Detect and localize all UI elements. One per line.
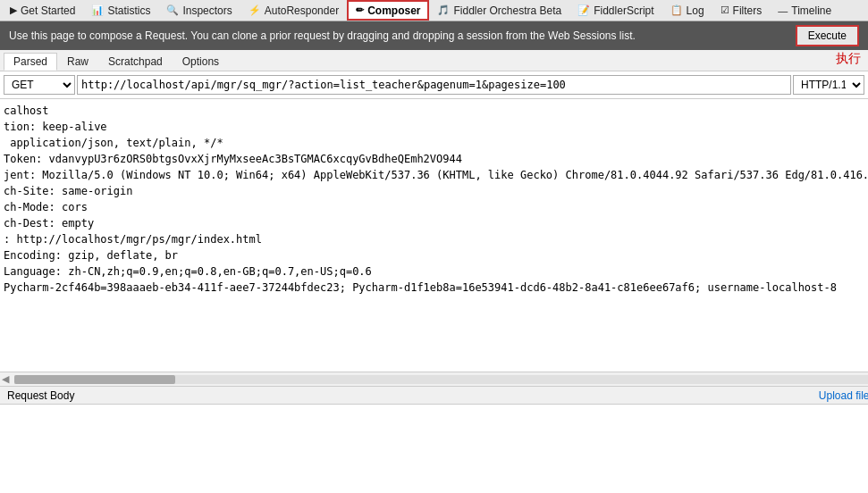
- header-line: : http://localhost/mgr/ps/mgr/index.html: [4, 231, 868, 247]
- composer-icon: ✏: [356, 4, 364, 16]
- inspectors-icon: 🔍: [166, 4, 179, 16]
- header-line: Language: zh-CN,zh;q=0.9,en;q=0.8,en-GB;…: [4, 263, 868, 280]
- tabs-row: ParsedRawScratchpadOptions: [0, 50, 868, 71]
- http-version-select[interactable]: HTTP/1.1HTTP/2: [793, 75, 864, 95]
- get-started-icon: ▶: [10, 4, 17, 16]
- upload-file-link[interactable]: Upload file...: [819, 389, 868, 402]
- instruction-bar: Use this page to compose a Request. You …: [0, 21, 868, 50]
- header-line: jent: Mozilla/5.0 (Windows NT 10.0; Win6…: [4, 167, 868, 183]
- topbar-label-filters: Filters: [733, 4, 763, 17]
- topbar-label-get-started: Get Started: [21, 4, 75, 17]
- header-line: Pycharm-2cf464b=398aaaeb-eb34-411f-aee7-…: [4, 280, 868, 296]
- fiddlerscript-icon: 📝: [577, 4, 590, 16]
- topbar-label-autoresponder: AutoResponder: [265, 4, 339, 17]
- fiddler-orchestra-beta-icon: 🎵: [437, 4, 450, 16]
- topbar-label-inspectors: Inspectors: [182, 4, 232, 17]
- request-body-label: Request Body: [7, 389, 74, 402]
- topbar-item-inspectors[interactable]: 🔍Inspectors: [158, 0, 240, 21]
- topbar-label-timeline: Timeline: [791, 4, 831, 17]
- topbar-item-fiddler-orchestra-beta[interactable]: 🎵Fiddler Orchestra Beta: [429, 0, 569, 21]
- app-window: ▶Get Started📊Statistics🔍Inspectors⚡AutoR…: [0, 0, 868, 493]
- topbar-label-statistics: Statistics: [107, 4, 150, 17]
- header-line: calhost: [4, 103, 868, 119]
- url-input[interactable]: [77, 75, 791, 95]
- timeline-icon: —: [778, 5, 788, 16]
- tab-options[interactable]: Options: [173, 53, 229, 70]
- topbar-item-get-started[interactable]: ▶Get Started: [2, 0, 83, 21]
- left-panel: calhosttion: keep-alive application/json…: [0, 99, 868, 493]
- topbar-item-log[interactable]: 📋Log: [662, 0, 712, 21]
- topbar-label-fiddler-orchestra-beta: Fiddler Orchestra Beta: [453, 4, 561, 17]
- headers-area[interactable]: calhosttion: keep-alive application/json…: [0, 99, 868, 372]
- topbar-label-log: Log: [687, 4, 704, 17]
- topbar-item-filters[interactable]: ☑Filters: [712, 0, 771, 21]
- topbar-item-composer[interactable]: ✏Composer: [347, 0, 429, 21]
- topbar-item-autoresponder[interactable]: ⚡AutoResponder: [240, 0, 347, 21]
- request-body-header: Request Body Upload file...: [0, 386, 868, 404]
- header-line: Encoding: gzip, deflate, br: [4, 247, 868, 263]
- main-content: calhosttion: keep-alive application/json…: [0, 99, 868, 493]
- header-line: Token: vdanvypU3r6zORS0btgsOvxXjrMyMxsee…: [4, 151, 868, 167]
- header-line: ch-Mode: cors: [4, 199, 868, 215]
- tab-parsed[interactable]: Parsed: [4, 53, 57, 71]
- header-line: ch-Site: same-origin: [4, 183, 868, 199]
- tab-raw[interactable]: Raw: [57, 53, 98, 70]
- topbar-item-timeline[interactable]: —Timeline: [770, 0, 839, 21]
- autoresponder-icon: ⚡: [249, 4, 261, 16]
- topbar-label-composer: Composer: [367, 4, 420, 17]
- url-row: GETPOSTPUTDELETEHEADOPTIONSPATCH HTTP/1.…: [0, 71, 868, 99]
- horizontal-scrollbar[interactable]: ◀ ▶: [0, 372, 868, 386]
- request-body-area[interactable]: [0, 405, 868, 493]
- filters-icon: ☑: [721, 4, 729, 16]
- hscroll-thumb: [14, 375, 175, 384]
- header-line: ch-Dest: empty: [4, 215, 868, 231]
- topbar-label-fiddlerscript: FiddlerScript: [594, 4, 653, 17]
- execute-button[interactable]: Execute: [796, 25, 859, 46]
- statistics-icon: 📊: [91, 4, 104, 16]
- header-line: application/json, text/plain, */*: [4, 135, 868, 151]
- topbar-item-fiddlerscript[interactable]: 📝FiddlerScript: [569, 0, 662, 21]
- tab-scratchpad[interactable]: Scratchpad: [98, 53, 173, 70]
- header-line: tion: keep-alive: [4, 119, 868, 135]
- log-icon: 📋: [670, 4, 683, 16]
- method-select[interactable]: GETPOSTPUTDELETEHEADOPTIONSPATCH: [4, 75, 75, 95]
- hscroll-track: [14, 375, 868, 384]
- instruction-text: Use this page to compose a Request. You …: [9, 29, 636, 42]
- topbar-item-statistics[interactable]: 📊Statistics: [83, 0, 158, 21]
- execute-annotation: 执行: [836, 51, 861, 67]
- topbar: ▶Get Started📊Statistics🔍Inspectors⚡AutoR…: [0, 0, 868, 21]
